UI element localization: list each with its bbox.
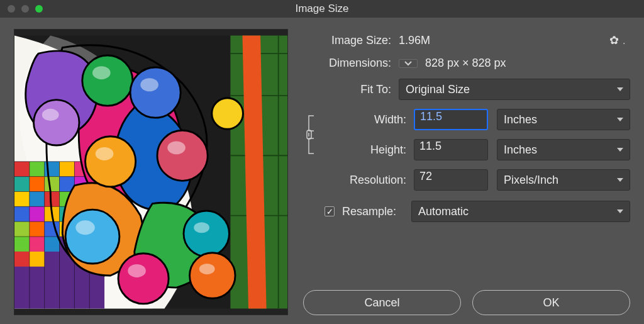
svg-point-66 xyxy=(194,222,209,233)
svg-point-62 xyxy=(96,147,114,160)
svg-rect-37 xyxy=(30,252,45,267)
resolution-input[interactable]: 72 xyxy=(414,169,488,191)
resample-label: Resample: xyxy=(342,205,404,218)
svg-rect-9 xyxy=(14,162,30,177)
svg-point-60 xyxy=(92,66,111,79)
svg-point-54 xyxy=(65,209,119,264)
height-unit-select[interactable]: Inches xyxy=(497,139,630,160)
svg-rect-12 xyxy=(60,162,75,177)
svg-rect-20 xyxy=(30,192,45,207)
dimensions-value: 828 px × 828 px xyxy=(425,57,506,70)
svg-rect-14 xyxy=(14,177,30,192)
ok-button[interactable]: OK xyxy=(472,290,630,315)
svg-point-58 xyxy=(212,98,243,130)
svg-point-64 xyxy=(75,220,95,235)
svg-point-55 xyxy=(118,254,169,304)
image-size-dialog: Image Size xyxy=(0,0,644,324)
svg-rect-29 xyxy=(14,221,30,237)
svg-rect-35 xyxy=(45,237,60,252)
svg-rect-30 xyxy=(30,221,45,237)
svg-rect-36 xyxy=(14,252,30,267)
resolution-label: Resolution: xyxy=(327,174,406,187)
svg-point-65 xyxy=(128,264,146,277)
width-input[interactable]: 11.5 xyxy=(414,109,488,130)
image-preview xyxy=(14,29,288,315)
svg-rect-25 xyxy=(30,206,45,221)
fit-to-label: Fit To: xyxy=(303,83,391,96)
svg-point-49 xyxy=(34,100,79,145)
svg-point-59 xyxy=(42,109,59,121)
svg-point-63 xyxy=(167,141,186,154)
svg-rect-34 xyxy=(30,237,45,252)
svg-point-56 xyxy=(184,211,229,256)
height-input[interactable]: 11.5 xyxy=(414,139,488,160)
fit-to-select[interactable]: Original Size xyxy=(399,79,630,100)
titlebar: Image Size xyxy=(0,0,644,18)
svg-point-50 xyxy=(82,55,133,106)
image-size-label: Image Size: xyxy=(303,34,391,47)
dimensions-unit-toggle[interactable] xyxy=(399,59,418,68)
resample-checkbox[interactable]: ✓ xyxy=(325,206,335,216)
svg-rect-24 xyxy=(14,206,30,221)
svg-point-57 xyxy=(190,253,235,298)
svg-point-67 xyxy=(199,264,215,274)
svg-rect-33 xyxy=(14,237,30,252)
svg-point-51 xyxy=(130,67,180,118)
resample-method-value: Automatic xyxy=(418,205,469,218)
svg-rect-19 xyxy=(14,192,30,207)
resample-method-select[interactable]: Automatic xyxy=(411,201,630,222)
svg-rect-21 xyxy=(45,192,60,207)
width-label: Width: xyxy=(327,113,406,126)
constrain-proportions-icon[interactable] xyxy=(303,112,319,157)
resolution-unit-select[interactable]: Pixels/Inch xyxy=(497,169,630,191)
width-unit-select[interactable]: Inches xyxy=(497,109,630,130)
gear-icon[interactable]: ✿﹒ xyxy=(609,33,630,48)
svg-rect-15 xyxy=(30,177,45,192)
window-title: Image Size xyxy=(0,3,644,15)
dimensions-label: Dimensions: xyxy=(303,57,391,70)
svg-point-52 xyxy=(86,137,136,187)
image-size-value: 1.96M xyxy=(399,34,430,47)
fit-to-value: Original Size xyxy=(406,83,470,96)
svg-point-53 xyxy=(157,130,208,181)
svg-point-61 xyxy=(140,78,158,91)
cancel-button[interactable]: Cancel xyxy=(303,290,461,315)
height-label: Height: xyxy=(327,143,406,157)
svg-rect-10 xyxy=(30,162,45,177)
svg-rect-16 xyxy=(45,177,60,192)
